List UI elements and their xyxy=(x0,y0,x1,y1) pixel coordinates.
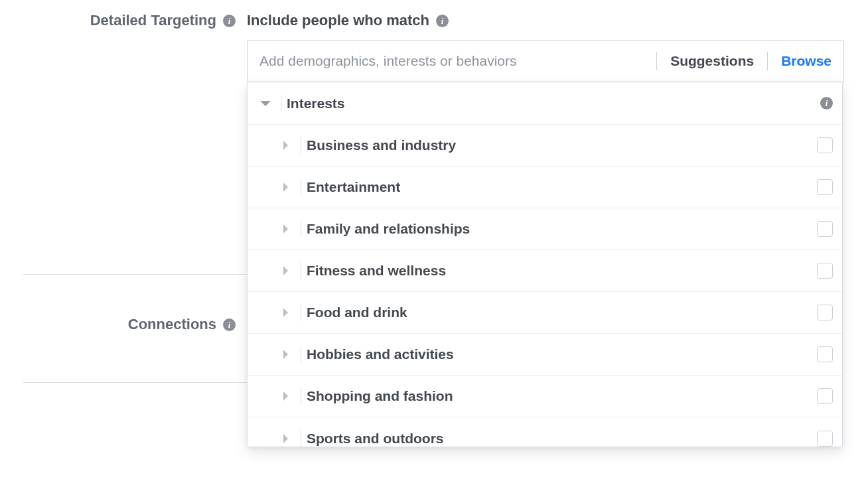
targeting-search-input[interactable] xyxy=(248,40,655,82)
category-checkbox[interactable] xyxy=(817,388,833,404)
divider xyxy=(301,178,301,196)
category-label: Fitness and wellness xyxy=(307,263,817,279)
divider xyxy=(281,95,281,112)
category-row[interactable]: Business and industry xyxy=(248,125,842,167)
divider xyxy=(301,430,301,447)
category-checkbox[interactable] xyxy=(817,346,833,362)
category-row[interactable]: Shopping and fashion xyxy=(248,376,842,417)
category-label: Business and industry xyxy=(307,137,817,153)
divider xyxy=(301,346,301,363)
category-checkbox[interactable] xyxy=(817,221,833,237)
category-checkbox[interactable] xyxy=(817,305,833,320)
section-detailed-targeting: Detailed Targeting i xyxy=(23,12,249,29)
category-row[interactable]: Hobbies and activities xyxy=(248,334,842,376)
panel-header-row[interactable]: Interests i xyxy=(248,82,842,125)
include-label-text: Include people who match xyxy=(247,12,429,29)
browse-dropdown-panel: Interests i Business and industry Entert… xyxy=(247,82,843,447)
category-checkbox[interactable] xyxy=(817,263,833,279)
divider xyxy=(301,137,301,154)
divider xyxy=(301,388,301,405)
section-label-text: Detailed Targeting xyxy=(90,12,216,29)
info-icon[interactable]: i xyxy=(223,15,236,27)
category-label: Food and drink xyxy=(307,305,817,320)
info-icon[interactable]: i xyxy=(820,97,833,109)
divider xyxy=(301,304,301,321)
divider xyxy=(656,52,657,70)
separator xyxy=(23,382,248,383)
chevron-right-icon[interactable] xyxy=(273,266,298,275)
panel-header-label: Interests xyxy=(287,96,820,111)
category-label: Sports and outdoors xyxy=(307,431,817,447)
left-label-column: Detailed Targeting i xyxy=(23,12,249,36)
divider xyxy=(301,220,301,238)
separator xyxy=(23,274,248,275)
divider xyxy=(767,52,768,70)
category-checkbox[interactable] xyxy=(817,431,833,447)
suggestions-button[interactable]: Suggestions xyxy=(658,53,766,69)
category-row[interactable]: Food and drink xyxy=(248,292,842,334)
targeting-input-box: Suggestions Browse xyxy=(247,40,844,82)
category-label: Hobbies and activities xyxy=(307,346,817,362)
section-label-text: Connections xyxy=(128,316,216,333)
section-connections-wrap: Connections i xyxy=(23,316,249,340)
include-label: Include people who match i xyxy=(247,12,844,29)
category-label: Shopping and fashion xyxy=(307,388,817,404)
chevron-down-icon[interactable] xyxy=(253,101,278,106)
category-label: Family and relationships xyxy=(307,221,817,237)
info-icon[interactable]: i xyxy=(223,318,236,331)
browse-button[interactable]: Browse xyxy=(769,53,843,69)
category-row[interactable]: Sports and outdoors xyxy=(248,417,842,447)
category-row[interactable]: Family and relationships xyxy=(248,208,842,250)
category-checkbox[interactable] xyxy=(817,179,833,195)
category-row[interactable]: Entertainment xyxy=(248,167,842,208)
chevron-right-icon[interactable] xyxy=(273,141,298,150)
category-row[interactable]: Fitness and wellness xyxy=(248,250,842,292)
chevron-right-icon[interactable] xyxy=(273,182,298,192)
chevron-right-icon[interactable] xyxy=(273,434,298,443)
chevron-right-icon[interactable] xyxy=(273,224,298,234)
chevron-right-icon[interactable] xyxy=(273,350,298,359)
section-connections: Connections i xyxy=(23,316,249,333)
chevron-right-icon[interactable] xyxy=(273,308,298,317)
targeting-field-column: Include people who match i Suggestions B… xyxy=(247,12,844,82)
info-icon[interactable]: i xyxy=(436,15,449,27)
chevron-right-icon[interactable] xyxy=(273,391,298,401)
category-label: Entertainment xyxy=(307,179,817,195)
category-checkbox[interactable] xyxy=(817,137,833,153)
divider xyxy=(301,262,301,279)
